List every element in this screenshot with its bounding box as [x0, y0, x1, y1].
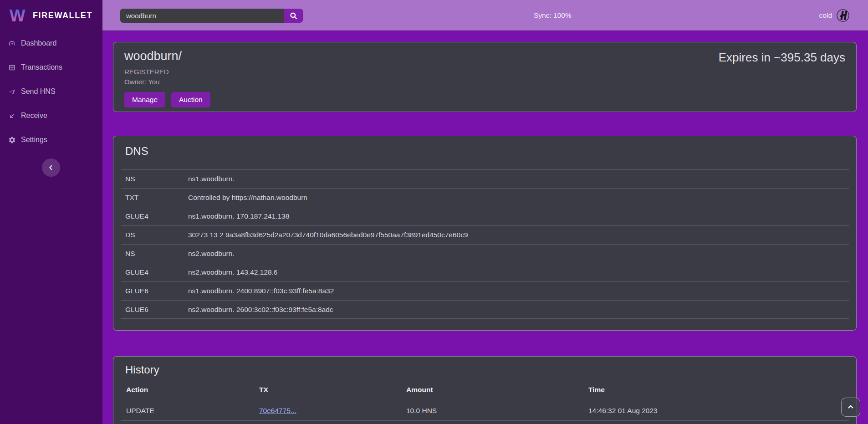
firewallet-logo-icon: W — [8, 6, 27, 25]
dns-card: DNS NS ns1.woodburn. TXT Controlled by h… — [113, 136, 857, 331]
history-section-title: History — [125, 363, 849, 376]
history-row: UPDATE 70e64775... 10.0 HNS 14:46:32 01 … — [121, 401, 849, 420]
wallet-selector[interactable]: cold — [819, 0, 850, 31]
brand: W FIREWALLET — [0, 0, 102, 31]
chevron-up-icon — [847, 403, 855, 411]
dns-record-type: GLUE4 — [121, 212, 188, 220]
sidebar-item-settings[interactable]: Settings — [0, 133, 102, 146]
sidebar-item-transactions[interactable]: Transactions — [0, 61, 102, 74]
dns-record-type: NS — [121, 250, 188, 258]
dns-record-type: GLUE6 — [121, 287, 188, 295]
history-amount: 10.0 HNS — [406, 407, 588, 415]
search-icon — [289, 11, 298, 20]
search-input[interactable] — [120, 9, 284, 23]
tx-link[interactable]: 70e64775... — [259, 407, 296, 414]
dns-record-row: GLUE6 ns1.woodburn. 2400:8907::f03c:93ff… — [121, 281, 849, 300]
table-icon — [8, 64, 16, 72]
domain-owner: Owner: You — [124, 78, 845, 86]
dns-record-row: NS ns2.woodburn. — [121, 244, 849, 263]
wallet-name: cold — [819, 11, 832, 20]
history-action: UPDATE — [121, 407, 259, 415]
history-row: RENEW 470e5c0... 10.0 HNS 15:47:36 07 Fe… — [121, 420, 849, 424]
sidebar-item-label: Settings — [21, 136, 47, 144]
sidebar-nav: Dashboard Transactions Send HNS Receive … — [0, 37, 102, 146]
history-card: History Action TX Amount Time UPDATE 70e… — [113, 356, 857, 424]
domain-expiry: Expires in ~395.35 days — [719, 51, 845, 65]
dns-record-value: ns1.woodburn. 2400:8907::f03c:93ff:fe5a:… — [188, 287, 849, 295]
chevron-left-icon — [47, 164, 55, 171]
handshake-logo-icon — [836, 9, 850, 22]
history-header-amount: Amount — [406, 386, 588, 394]
dns-section-title: DNS — [125, 144, 849, 158]
dns-record-value: ns2.woodburn. — [188, 250, 849, 258]
svg-text:W: W — [10, 6, 26, 25]
domain-actions: Manage Auction — [124, 92, 845, 107]
dns-record-row: TXT Controlled by https://nathan.woodbur… — [121, 188, 849, 207]
sidebar-item-receive[interactable]: Receive — [0, 109, 102, 122]
sidebar-item-label: Send HNS — [21, 87, 56, 96]
sync-status: Sync: 100% — [534, 0, 572, 31]
manage-button[interactable]: Manage — [124, 92, 165, 107]
history-time: 14:46:32 01 Aug 2023 — [588, 407, 849, 415]
gauge-icon — [8, 40, 16, 47]
domain-card: woodburn/ Expires in ~395.35 days REGIST… — [113, 42, 857, 112]
dns-record-type: GLUE4 — [121, 268, 188, 276]
sidebar-item-label: Receive — [21, 112, 47, 120]
gear-icon — [8, 136, 16, 144]
scroll-to-top-button[interactable] — [841, 398, 860, 417]
history-header-time: Time — [588, 386, 849, 394]
dns-record-row: GLUE4 ns1.woodburn. 170.187.241.138 — [121, 207, 849, 225]
sidebar-item-label: Transactions — [21, 63, 62, 72]
dns-record-value: ns1.woodburn. — [188, 175, 849, 183]
receive-arrow-icon — [8, 112, 16, 120]
history-header-action: Action — [121, 386, 259, 394]
sidebar: W FIREWALLET Dashboard Transactions Send… — [0, 0, 102, 424]
dns-record-type: NS — [121, 175, 188, 183]
dns-record-type: TXT — [121, 194, 188, 202]
dns-record-row: DS 30273 13 2 9a3a8fb3d625d2a2073d740f10… — [121, 225, 849, 244]
send-icon — [8, 88, 16, 96]
topbar: Sync: 100% cold — [102, 0, 868, 31]
main-content: woodburn/ Expires in ~395.35 days REGIST… — [102, 31, 868, 424]
dns-record-row: NS ns1.woodburn. — [121, 169, 849, 188]
dns-record-value: Controlled by https://nathan.woodburn — [188, 194, 849, 202]
history-header-row: Action TX Amount Time — [121, 378, 849, 401]
domain-search — [120, 9, 303, 23]
domain-status: REGISTERED — [124, 68, 845, 76]
dns-table: NS ns1.woodburn. TXT Controlled by https… — [121, 169, 849, 319]
history-table: Action TX Amount Time UPDATE 70e64775...… — [121, 378, 849, 424]
auction-button[interactable]: Auction — [171, 92, 210, 107]
sidebar-item-label: Dashboard — [21, 39, 56, 47]
dns-record-type: GLUE6 — [121, 306, 188, 314]
dns-record-row: GLUE6 ns2.woodburn. 2600:3c02::f03c:93ff… — [121, 300, 849, 319]
sidebar-collapse-button[interactable] — [42, 158, 60, 177]
dns-record-value: 30273 13 2 9a3a8fb3d625d2a2073d740f10da6… — [188, 231, 849, 239]
dns-record-value: ns1.woodburn. 170.187.241.138 — [188, 212, 849, 220]
dns-record-value: ns2.woodburn. 143.42.128.6 — [188, 268, 849, 276]
sidebar-item-dashboard[interactable]: Dashboard — [0, 37, 102, 50]
history-header-tx: TX — [259, 386, 406, 394]
dns-record-value: ns2.woodburn. 2600:3c02::f03c:93ff:fe5a:… — [188, 306, 849, 314]
sidebar-item-send-hns[interactable]: Send HNS — [0, 85, 102, 98]
search-button[interactable] — [284, 9, 303, 23]
brand-name: FIREWALLET — [33, 11, 92, 20]
dns-record-type: DS — [121, 231, 188, 239]
dns-record-row: GLUE4 ns2.woodburn. 143.42.128.6 — [121, 263, 849, 281]
